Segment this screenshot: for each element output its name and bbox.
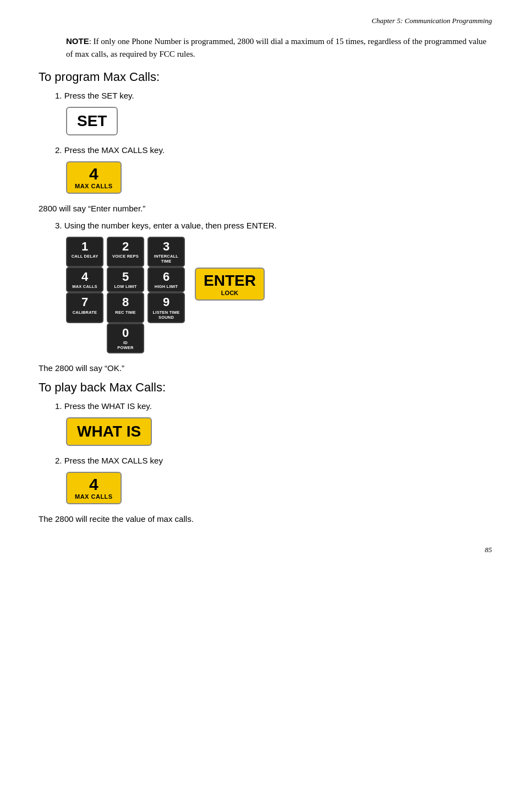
key-4-lbl: MAX CALLS [72, 284, 97, 289]
keypad-row-3: 7 CALIBRATE 8 REC TIME 9 LISTEN TIMESOUN… [66, 292, 185, 323]
key-1-lbl: CALL DELAY [72, 254, 99, 259]
max-calls-label-1: MAX CALLS [75, 183, 113, 189]
enter-key-sub: LOCK [204, 290, 256, 296]
key-8-lbl: REC TIME [115, 310, 135, 315]
key-5-lbl: LOW LIMIT [114, 284, 137, 289]
key-3-num: 3 [163, 240, 169, 253]
key-4[interactable]: 4 MAX CALLS [66, 267, 103, 292]
key-2-num: 2 [122, 240, 129, 253]
set-key-container: SET [66, 107, 492, 135]
note-label: NOTE [66, 36, 89, 46]
key-8-num: 8 [122, 296, 129, 309]
step1-text: 1. Press the SET key. [55, 91, 492, 100]
chapter-header: Chapter 5: Communication Programming [33, 17, 492, 25]
key-6[interactable]: 6 HIGH LIMIT [147, 267, 185, 292]
enter-key-block: ENTER LOCK [195, 268, 265, 301]
key-9-num: 9 [163, 296, 169, 309]
whatis-key[interactable]: WHAT IS [66, 417, 152, 446]
section2-step2-text: 2. Press the MAX CALLS key [55, 456, 492, 465]
key-1[interactable]: 1 CALL DELAY [66, 237, 103, 267]
key-5[interactable]: 5 LOW LIMIT [107, 267, 144, 292]
key-2-lbl: VOICE REPS [112, 254, 139, 259]
key-7-lbl: CALIBRATE [73, 310, 97, 315]
key-6-lbl: HIGH LIMIT [155, 284, 178, 289]
key-9-lbl: LISTEN TIMESOUND [153, 310, 180, 320]
key-6-num: 6 [163, 270, 169, 284]
keypad-row-4: 0 IDPOWER [66, 323, 185, 353]
key-7-num: 7 [81, 296, 88, 309]
step3-text: 3. Using the number keys, enter a value,… [55, 221, 492, 230]
set-key[interactable]: SET [66, 107, 118, 135]
max-calls-label-2: MAX CALLS [75, 493, 113, 500]
enter-key[interactable]: ENTER LOCK [195, 268, 265, 301]
say-enter-text: 2800 will say “Enter number.” [39, 204, 492, 213]
key-9[interactable]: 9 LISTEN TIMESOUND [147, 292, 185, 323]
keypad-and-enter: 1 CALL DELAY 2 VOICE REPS 3 INTERCALL TI… [66, 237, 492, 353]
key-3-lbl: INTERCALL TIME [150, 254, 183, 264]
max-calls-key-2[interactable]: 4 MAX CALLS [66, 472, 122, 504]
key-0[interactable]: 0 IDPOWER [107, 323, 144, 353]
say-ok-text: The 2800 will say “OK.” [39, 363, 492, 373]
result-text: The 2800 will recite the value of max ca… [39, 514, 492, 524]
max-calls-key-container-1: 4 MAX CALLS [66, 161, 492, 194]
keypad-row-2: 4 MAX CALLS 5 LOW LIMIT 6 HIGH LIMIT [66, 267, 185, 292]
key-5-num: 5 [122, 270, 129, 284]
page-number: 85 [33, 546, 492, 554]
key-4-num: 4 [81, 270, 88, 284]
note-text: : If only one Phone Number is programmed… [66, 37, 486, 58]
key-0-lbl: IDPOWER [117, 340, 133, 350]
enter-key-label: ENTER [204, 272, 256, 289]
section2-step1-text: 1. Press the WHAT IS key. [55, 401, 492, 411]
section2-heading: To play back Max Calls: [39, 380, 492, 395]
key-1-num: 1 [81, 240, 88, 253]
note-block: NOTE: If only one Phone Number is progra… [66, 35, 492, 60]
max-calls-key-container-2: 4 MAX CALLS [66, 472, 492, 504]
max-calls-num-1: 4 [89, 165, 99, 183]
keypad-grid: 1 CALL DELAY 2 VOICE REPS 3 INTERCALL TI… [66, 237, 185, 353]
key-7[interactable]: 7 CALIBRATE [66, 292, 103, 323]
whatis-key-container: WHAT IS [66, 417, 492, 446]
max-calls-key-1[interactable]: 4 MAX CALLS [66, 161, 122, 194]
step2-text: 2. Press the MAX CALLS key. [55, 145, 492, 155]
keypad-row-1: 1 CALL DELAY 2 VOICE REPS 3 INTERCALL TI… [66, 237, 185, 267]
key-3[interactable]: 3 INTERCALL TIME [147, 237, 185, 267]
max-calls-num-2: 4 [89, 475, 99, 493]
key-0-num: 0 [122, 326, 129, 340]
key-2[interactable]: 2 VOICE REPS [107, 237, 144, 267]
section1-heading: To program Max Calls: [39, 70, 492, 84]
key-8[interactable]: 8 REC TIME [107, 292, 144, 323]
